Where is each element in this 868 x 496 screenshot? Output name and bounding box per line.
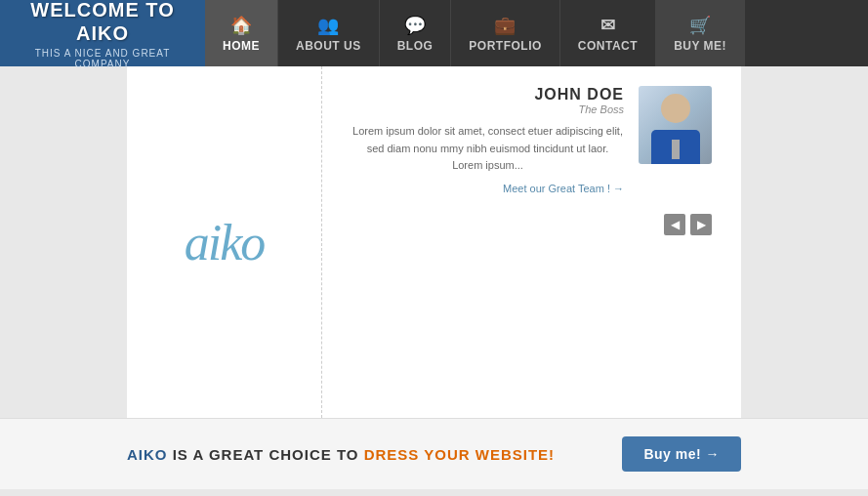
main-wrapper: aiko JOHN DOE The Boss Lorem ipsum dolor… <box>0 66 868 418</box>
nav-label-contact: CONTACT <box>578 39 638 53</box>
sidebar: aiko <box>127 66 322 418</box>
nav-label-portfolio: PORTFOLIO <box>469 39 542 53</box>
home-icon: 🏠 <box>230 15 253 36</box>
team-name: JOHN DOE <box>351 86 624 103</box>
team-bio: Lorem ipsum dolor sit amet, consect etue… <box>351 123 624 175</box>
buy-icon: 🛒 <box>689 15 712 36</box>
header: WELCOME TO AIKO THIS A NICE AND GREAT CO… <box>0 0 868 66</box>
footer-brand: AIKO <box>127 446 168 463</box>
brand-title: WELCOME TO AIKO <box>15 0 190 45</box>
buy-button[interactable]: Buy me! → <box>622 436 741 472</box>
portfolio-icon: 💼 <box>494 15 517 36</box>
nav-arrows: ◀ ▶ <box>351 214 712 235</box>
nav-item-buy[interactable]: 🛒 BUY ME! <box>656 0 745 66</box>
nav-item-contact[interactable]: ✉ CONTACT <box>560 0 656 66</box>
person-silhouette <box>639 86 712 164</box>
prev-arrow[interactable]: ◀ <box>664 214 685 235</box>
team-link[interactable]: Meet our Great Team ! → <box>351 183 624 194</box>
person-head <box>661 94 690 123</box>
nav-label-buy: BUY ME! <box>674 39 726 53</box>
nav-label-blog: BLOG <box>397 39 434 53</box>
brand: WELCOME TO AIKO THIS A NICE AND GREAT CO… <box>0 0 205 66</box>
nav-label-about: ABOUT US <box>296 39 361 53</box>
nav-item-blog[interactable]: 💬 BLOG <box>380 0 452 66</box>
blog-icon: 💬 <box>404 15 427 36</box>
content-area: aiko JOHN DOE The Boss Lorem ipsum dolor… <box>127 66 741 418</box>
next-arrow[interactable]: ▶ <box>690 214 712 235</box>
main-content: JOHN DOE The Boss Lorem ipsum dolor sit … <box>322 66 741 418</box>
logo: aiko <box>185 214 265 271</box>
team-card: JOHN DOE The Boss Lorem ipsum dolor sit … <box>351 86 712 194</box>
team-photo <box>639 86 712 164</box>
footer-text: AIKO IS A GREAT CHOICE TO DRESS YOUR WEB… <box>127 446 555 463</box>
footer-middle: IS A GREAT CHOICE TO <box>168 446 364 463</box>
footer-bar: AIKO IS A GREAT CHOICE TO DRESS YOUR WEB… <box>0 418 868 489</box>
nav-item-home[interactable]: 🏠 HOME <box>205 0 278 66</box>
person-tie <box>672 140 680 159</box>
team-role: The Boss <box>351 103 624 115</box>
main-nav: 🏠 HOME 👥 ABOUT US 💬 BLOG 💼 PORTFOLIO ✉ C… <box>205 0 868 66</box>
footer-cta-text: DRESS YOUR WEBSITE! <box>364 446 555 463</box>
person-body <box>651 130 700 164</box>
about-icon: 👥 <box>317 15 340 36</box>
nav-label-home: HOME <box>223 39 260 53</box>
contact-icon: ✉ <box>600 15 616 36</box>
nav-item-about[interactable]: 👥 ABOUT US <box>278 0 380 66</box>
team-info: JOHN DOE The Boss Lorem ipsum dolor sit … <box>351 86 624 194</box>
nav-item-portfolio[interactable]: 💼 PORTFOLIO <box>451 0 560 66</box>
